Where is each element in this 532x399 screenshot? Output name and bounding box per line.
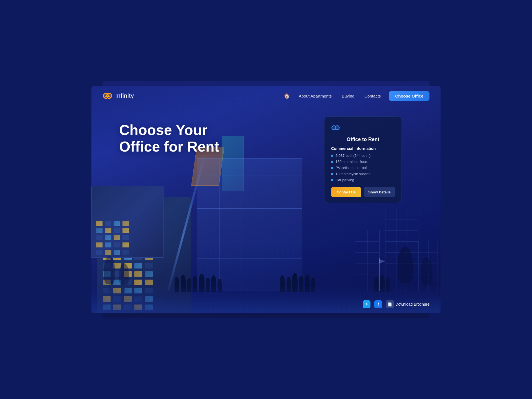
feature-item-0: 6,937 sq ft (644 sq m)	[331, 154, 395, 158]
ground-line	[91, 292, 441, 292]
twitter-icon[interactable]: 𝕏	[363, 300, 370, 308]
shadow-top	[103, 81, 429, 86]
nav-links: 🏠 About Apartments Buying Contacts Choos…	[281, 91, 429, 101]
logo-area: Infinity	[103, 91, 134, 101]
info-card: Office to Rent Commercial information 6,…	[324, 116, 402, 203]
outer-wrapper: Infinity 🏠 About Apartments Buying Conta…	[89, 81, 443, 318]
facebook-icon[interactable]: f	[374, 300, 382, 308]
logo-icon	[103, 91, 112, 101]
shadow-bottom	[103, 313, 429, 318]
bullet-4	[331, 179, 333, 181]
feature-item-3: 18 motorcycle spaces	[331, 172, 395, 176]
feature-item-1: 150mm raised floors	[331, 160, 395, 164]
card-buttons: Contact Us Show Details	[331, 187, 395, 197]
card-section-title: Commercial information	[331, 146, 395, 151]
logo-text: Infinity	[115, 92, 134, 99]
download-brochure-button[interactable]: 📄 Download Brochure	[386, 300, 429, 308]
contact-us-button[interactable]: Contact Us	[331, 187, 361, 197]
hero-title-line2: Office for Rent	[119, 139, 219, 155]
bullet-2	[331, 167, 333, 169]
bullet-0	[331, 155, 333, 157]
choose-office-button[interactable]: Choose Office	[389, 91, 429, 101]
card-title: Office to Rent	[331, 137, 395, 142]
nav-buying[interactable]: Buying	[338, 92, 358, 100]
hero-title-line1: Choose Your	[119, 122, 219, 139]
feature-item-2: PV cells on the roof	[331, 166, 395, 170]
main-container: Infinity 🏠 About Apartments Buying Conta…	[91, 86, 441, 313]
card-features-list: 6,937 sq ft (644 sq m) 150mm raised floo…	[331, 154, 395, 182]
card-logo-icon	[331, 123, 340, 132]
building-block-upper	[91, 186, 163, 258]
bullet-3	[331, 173, 333, 175]
navbar: Infinity 🏠 About Apartments Buying Conta…	[91, 86, 441, 106]
download-icon: 📄	[386, 300, 394, 308]
show-details-button[interactable]: Show Details	[364, 187, 395, 197]
hero-text-area: Choose Your Office for Rent	[119, 122, 219, 155]
hero-title: Choose Your Office for Rent	[119, 122, 219, 155]
svg-point-7	[335, 126, 339, 130]
bullet-1	[331, 161, 333, 163]
nav-contacts[interactable]: Contacts	[360, 92, 385, 100]
home-nav-icon[interactable]: 🏠	[281, 91, 293, 101]
nav-about-apartments[interactable]: About Apartments	[295, 92, 336, 100]
bottom-bar: 𝕏 f 📄 Download Brochure	[363, 300, 429, 308]
ground-glow	[91, 285, 441, 313]
feature-item-4: Car parking	[331, 178, 395, 182]
building-glass	[197, 158, 302, 291]
